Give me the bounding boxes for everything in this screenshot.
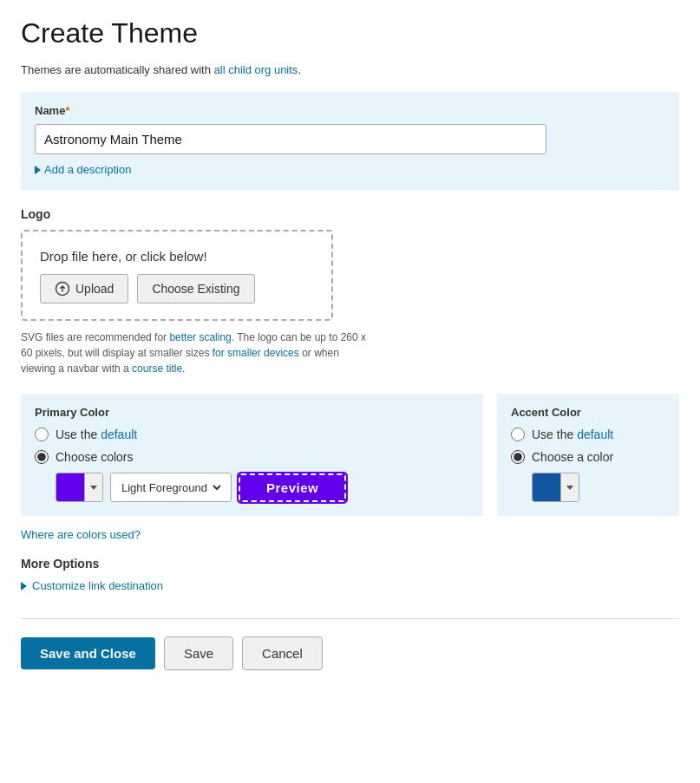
primary-choose-radio[interactable] — [35, 450, 49, 464]
logo-section: Logo Drop file here, or click below! Upl… — [21, 207, 679, 376]
drop-zone[interactable]: Drop file here, or click below! Upload C… — [21, 230, 333, 321]
subtitle-period: . — [298, 63, 301, 76]
required-marker: * — [65, 104, 69, 117]
accent-choose-radio[interactable] — [511, 450, 525, 464]
accent-use-default-row: Use the default — [511, 427, 665, 441]
primary-color-swatch — [56, 473, 84, 501]
footer-buttons: Save and Close Save Cancel — [21, 636, 679, 670]
accent-color-swatch — [533, 473, 560, 501]
accent-swatch-dropdown[interactable] — [560, 473, 579, 501]
where-colors-link[interactable]: Where are colors used? — [21, 528, 679, 541]
svg-info-text: SVG files are recommended for better sca… — [21, 330, 368, 376]
primary-color-title: Primary Color — [35, 406, 469, 419]
page-subtitle: Themes are automatically shared with all… — [21, 63, 679, 76]
logo-label: Logo — [21, 207, 679, 221]
footer-divider — [21, 618, 679, 619]
expand-icon — [35, 166, 41, 174]
expand-icon — [21, 582, 27, 591]
chevron-down-icon — [566, 486, 573, 490]
more-options-title: More Options — [21, 557, 679, 571]
primary-default-radio[interactable] — [35, 427, 49, 441]
primary-swatch-dropdown[interactable] — [84, 473, 102, 501]
name-section: Name* Add a description — [21, 92, 679, 190]
drop-buttons: Upload Choose Existing — [40, 274, 314, 303]
drop-text: Drop file here, or click below! — [40, 249, 314, 264]
accent-color-title: Accent Color — [511, 406, 665, 419]
primary-default-label: Use the default — [56, 427, 137, 441]
customize-link[interactable]: Customize link destination — [21, 579, 679, 592]
primary-default-link[interactable]: default — [101, 427, 137, 441]
add-description-link[interactable]: Add a description — [35, 163, 665, 176]
upload-icon — [55, 281, 70, 297]
accent-color-picker[interactable] — [532, 473, 579, 502]
preview-button[interactable]: Preview — [239, 473, 346, 502]
save-close-button[interactable]: Save and Close — [21, 637, 155, 669]
primary-choose-row: Choose colors — [35, 450, 469, 464]
save-button[interactable]: Save — [164, 636, 233, 670]
accent-color-controls — [532, 473, 665, 502]
accent-choose-label: Choose a color — [532, 450, 613, 464]
svg-info-link-smaller[interactable]: for smaller devices — [213, 347, 299, 359]
svg-info-link-course[interactable]: course title — [132, 362, 182, 375]
foreground-dropdown[interactable]: Light Foreground Dark Foreground — [110, 473, 232, 502]
primary-choose-label: Choose colors — [56, 450, 134, 464]
upload-label: Upload — [75, 282, 114, 296]
colors-row: Primary Color Use the default Choose col… — [21, 394, 679, 516]
upload-button[interactable]: Upload — [40, 274, 128, 303]
primary-color-box: Primary Color Use the default Choose col… — [21, 394, 483, 516]
primary-color-picker[interactable] — [56, 473, 103, 502]
page-title: Create Theme — [21, 17, 679, 49]
svg-info-link-better[interactable]: better scaling — [169, 331, 231, 343]
foreground-select[interactable]: Light Foreground Dark Foreground — [118, 480, 224, 495]
more-options-section: More Options Customize link destination — [21, 557, 679, 592]
name-label: Name* — [35, 104, 665, 117]
child-org-link[interactable]: all child org units — [214, 63, 298, 76]
primary-color-controls: Light Foreground Dark Foreground Preview — [56, 473, 469, 502]
add-description-label: Add a description — [44, 163, 131, 176]
primary-use-default-row: Use the default — [35, 427, 469, 441]
accent-default-link[interactable]: default — [577, 427, 613, 441]
theme-name-input[interactable] — [35, 124, 546, 154]
choose-label: Choose Existing — [152, 282, 239, 296]
choose-existing-button[interactable]: Choose Existing — [137, 274, 254, 303]
accent-default-radio[interactable] — [511, 427, 525, 441]
customize-link-label: Customize link destination — [32, 579, 163, 592]
chevron-down-icon — [90, 486, 97, 490]
accent-choose-row: Choose a color — [511, 450, 665, 464]
accent-default-label: Use the default — [532, 427, 613, 441]
cancel-button[interactable]: Cancel — [242, 636, 323, 670]
subtitle-text: Themes are automatically shared with — [21, 63, 214, 76]
accent-color-box: Accent Color Use the default Choose a co… — [497, 394, 679, 516]
